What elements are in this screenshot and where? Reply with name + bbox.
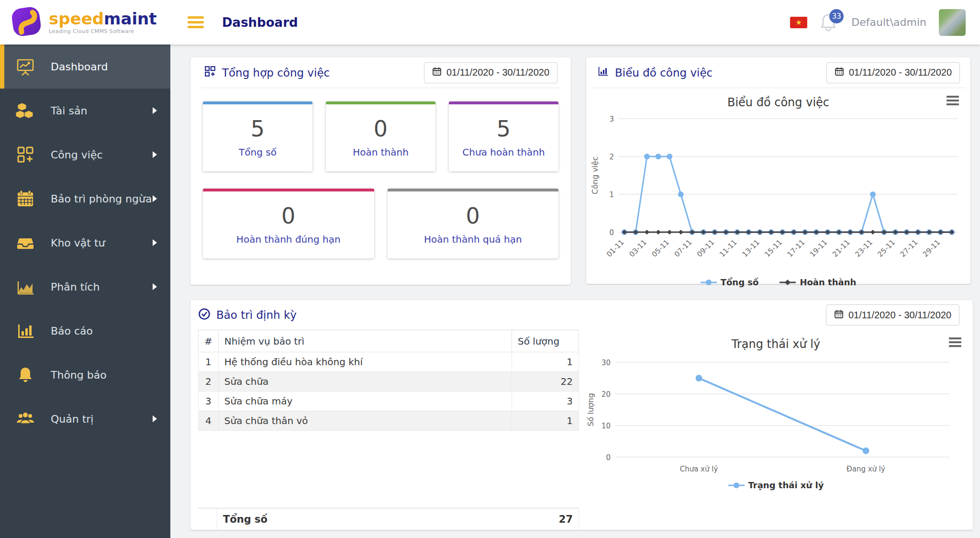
legend-label: Hoàn thành: [800, 277, 856, 287]
calendar-icon: [14, 188, 36, 210]
periodic-maintenance-card: Bảo trì định kỳ 01/11/2020 - 30/11/2020: [190, 300, 973, 530]
notifications-button[interactable]: 33: [820, 12, 839, 33]
app-logo[interactable]: speedmaint Leading Cloud CMMS Software: [0, 6, 170, 39]
top-header: speedmaint Leading Cloud CMMS Software D…: [0, 0, 980, 45]
task-quantity: 22: [512, 372, 579, 392]
table-row: 1 Hệ thống điều hòa không khí 1: [199, 352, 579, 372]
diamond-marker-icon: [780, 279, 796, 286]
chevron-right-icon: [153, 151, 157, 158]
svg-text:30: 30: [601, 359, 611, 367]
svg-text:1: 1: [609, 191, 614, 199]
task-name: Sửa chữa máy: [218, 392, 512, 411]
circle-marker-icon: [728, 482, 745, 489]
sidebar-item-label: Dashboard: [51, 61, 108, 73]
svg-text:01-11: 01-11: [605, 238, 626, 259]
sidebar-item-label: Thông báo: [51, 369, 107, 381]
chart-context-menu-button[interactable]: [947, 96, 959, 105]
page-title: Dashboard: [222, 15, 298, 30]
users-icon: [14, 408, 36, 430]
date-range-button[interactable]: 01/11/2020 - 30/11/2020: [826, 304, 959, 325]
grid-plus-icon: [14, 144, 36, 166]
check-circle-icon: [198, 308, 211, 323]
task-quantity: 1: [512, 352, 579, 372]
svg-text:13-11: 13-11: [740, 238, 761, 259]
table-row: 2 Sửa chữa 22: [199, 372, 579, 392]
chevron-right-icon: [153, 239, 157, 246]
svg-text:Công việc: Công việc: [591, 157, 600, 194]
sidebar-item-phan-tich[interactable]: Phân tích: [0, 265, 170, 309]
status-chart-panel: Trạng thái xử lý 0102030Chưa xử lýĐang x…: [579, 330, 973, 530]
sidebar-nav: Dashboard Tài sản: [0, 45, 170, 538]
stat-card-on-time: 0 Hoàn thành đúng hạn: [203, 189, 374, 258]
sidebar-item-label: Quản trị: [51, 413, 93, 425]
svg-text:21-11: 21-11: [831, 238, 852, 259]
stat-value: 5: [497, 118, 511, 140]
sidebar-item-cong-viec[interactable]: Công việc: [0, 133, 170, 177]
svg-text:23-11: 23-11: [853, 238, 874, 259]
sidebar-item-label: Phân tích: [51, 281, 100, 293]
tray-icon: [14, 232, 36, 254]
user-avatar[interactable]: [939, 9, 966, 36]
task-name: Hệ thống điều hòa không khí: [218, 352, 512, 372]
date-range-button[interactable]: 01/11/2020 - 30/11/2020: [826, 62, 960, 83]
stat-value: 5: [251, 118, 265, 140]
chart-context-menu-button[interactable]: [949, 337, 961, 347]
sidebar-toggle-button[interactable]: [188, 16, 204, 28]
date-range-label: 01/11/2020 - 30/11/2020: [849, 67, 952, 78]
svg-text:0: 0: [606, 453, 611, 462]
task-name: Sửa chữa thân vỏ: [218, 411, 512, 431]
svg-text:20: 20: [601, 390, 611, 399]
card-title: Bảo trì định kỳ: [216, 309, 297, 321]
date-range-label: 01/11/2020 - 30/11/2020: [446, 67, 549, 78]
legend-item[interactable]: Tổng số: [701, 277, 759, 287]
main-content: Tổng hợp công việc 01/11/2020 - 30/11/20…: [170, 45, 980, 538]
brand-name: speedmaint: [49, 9, 157, 28]
logo-mark-icon: [11, 6, 42, 39]
chart-bars-icon: [597, 65, 609, 80]
table-row: 3 Sửa chữa máy 3: [199, 392, 579, 411]
footer-label: Tổng số: [217, 514, 267, 525]
task-quantity: 1: [512, 411, 579, 431]
chart-legend: Tổng sốHoàn thành: [591, 277, 966, 287]
circle-marker-icon: [701, 279, 717, 286]
date-range-button[interactable]: 01/11/2020 - 30/11/2020: [424, 62, 557, 83]
sidebar-item-dashboard[interactable]: Dashboard: [0, 45, 170, 89]
area-chart-icon: [14, 276, 36, 298]
user-menu[interactable]: Default\admin: [851, 16, 926, 28]
svg-text:11-11: 11-11: [718, 238, 739, 259]
sidebar-item-kho-vat-tu[interactable]: Kho vật tư: [0, 221, 170, 265]
sidebar-item-thong-bao[interactable]: Thông báo: [0, 353, 170, 397]
sidebar-item-tai-san[interactable]: Tài sản: [0, 89, 170, 133]
footer-total: 27: [559, 514, 579, 525]
legend-label: Trạng thái xử lý: [748, 480, 824, 490]
legend-item[interactable]: Hoàn thành: [780, 277, 856, 287]
work-chart-card: Biểu đồ công việc 01/11/2020 - 30/11/202…: [586, 57, 970, 284]
svg-text:19-11: 19-11: [808, 238, 829, 259]
presentation-chart-icon: [14, 56, 36, 78]
stat-label: Hoàn thành đúng hạn: [236, 234, 341, 245]
sidebar-item-label: Bảo trì phòng ngừa: [51, 193, 152, 205]
sidebar-item-quan-tri[interactable]: Quản trị: [0, 397, 170, 441]
stat-card-incomplete: 5 Chưa hoàn thành: [449, 101, 558, 171]
notification-count-badge: 33: [829, 9, 844, 23]
stat-value: 0: [281, 205, 295, 227]
stat-label: Tổng số: [239, 146, 277, 158]
column-header-index: #: [199, 330, 219, 352]
sidebar-item-bao-tri-phong-ngua[interactable]: Bảo trì phòng ngừa: [0, 177, 170, 221]
stat-card-overdue: 0 Hoàn thành quá hạn: [388, 189, 559, 258]
sidebar-item-bao-cao[interactable]: Báo cáo: [0, 309, 170, 353]
task-name: Sửa chữa: [218, 372, 512, 392]
stat-label: Hoàn thành quá hạn: [424, 234, 522, 245]
language-flag-icon[interactable]: ★: [790, 17, 807, 28]
svg-text:10: 10: [601, 422, 611, 430]
svg-text:03-11: 03-11: [627, 238, 648, 259]
chart-title: Biểu đồ công việc: [727, 96, 829, 109]
legend-item[interactable]: Trạng thái xử lý: [728, 480, 824, 490]
brand-tagline: Leading Cloud CMMS Software: [49, 28, 157, 34]
card-title: Biểu đồ công việc: [615, 67, 713, 79]
svg-text:Đang xử lý: Đang xử lý: [846, 465, 885, 473]
calendar-icon: [432, 67, 442, 78]
status-line-chart: 0102030Chưa xử lýĐang xử lýSố lượng: [584, 356, 967, 479]
card-title: Tổng hợp công việc: [222, 67, 330, 79]
table-header-row: # Nhiệm vụ bảo trì Số lượng: [199, 330, 579, 352]
